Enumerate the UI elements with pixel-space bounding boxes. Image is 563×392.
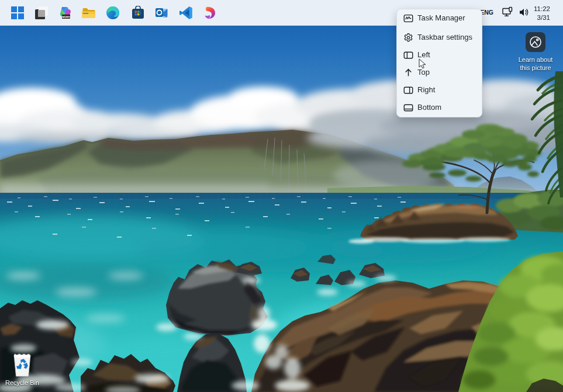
svg-text:M365: M365 <box>62 15 70 19</box>
